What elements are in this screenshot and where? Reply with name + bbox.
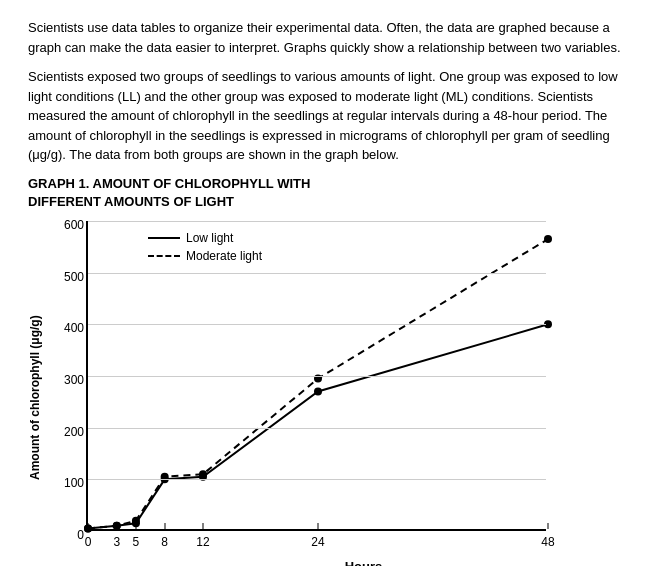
paragraph-1: Scientists use data tables to organize t…	[28, 18, 641, 57]
chart-area: 01002003004005006000358122448 Low light …	[46, 221, 641, 566]
svg-point-13	[544, 235, 552, 243]
svg-point-11	[199, 470, 207, 478]
y-axis-label: Amount of chlorophyll (μg/g)	[28, 221, 42, 566]
graph-title: GRAPH 1. AMOUNT OF CHLOROPHYLL WITH DIFF…	[28, 175, 641, 211]
svg-point-5	[314, 387, 322, 395]
x-axis-title: Hours	[86, 559, 641, 566]
chart-svg	[88, 221, 546, 529]
paragraph-2: Scientists exposed two groups of seedlin…	[28, 67, 641, 165]
chart-inner: 01002003004005006000358122448 Low light …	[86, 221, 546, 531]
chart-container: Amount of chlorophyll (μg/g) 01002003004…	[28, 221, 641, 566]
legend: Low light Moderate light	[148, 231, 262, 267]
